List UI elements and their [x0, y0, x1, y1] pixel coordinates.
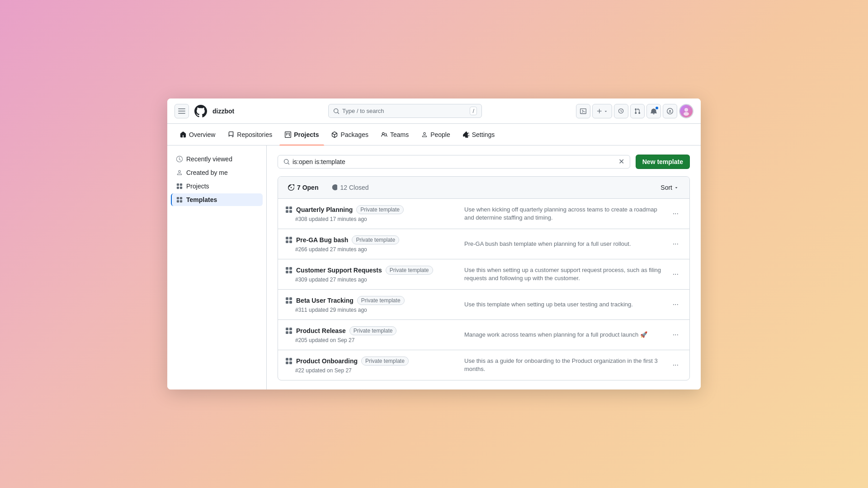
template-project-icon [285, 206, 292, 213]
plus-icon [596, 108, 603, 114]
packages-icon [331, 131, 338, 138]
home-icon [180, 131, 186, 138]
svg-rect-1 [178, 111, 185, 112]
people-icon [421, 131, 428, 138]
nav-item-people[interactable]: People [416, 124, 456, 145]
sort-button[interactable]: Sort [657, 182, 682, 193]
person-icon [176, 169, 183, 176]
sidebar-item-templates[interactable]: Templates [171, 193, 263, 206]
github-logo-icon [193, 104, 208, 118]
nav-item-overview[interactable]: Overview [175, 124, 221, 145]
private-badge: Private template [349, 326, 397, 335]
private-badge: Private template [356, 205, 404, 214]
sidebar-item-created-by-me[interactable]: Created by me [171, 166, 263, 179]
topbar: dizzbot Type / to search / [167, 99, 701, 124]
template-title-row: Product Release Private template [285, 326, 457, 335]
template-row: Pre-GA Bug bash Private template #266 up… [278, 229, 689, 259]
template-title-row: Pre-GA Bug bash Private template [285, 235, 457, 244]
settings-icon-button[interactable] [663, 104, 677, 118]
private-badge: Private template [386, 266, 433, 275]
template-title-row: Beta User Tracking Private template [285, 296, 457, 305]
template-meta: #309 updated 27 minutes ago [285, 277, 457, 283]
template-project-icon [285, 236, 292, 244]
nav-overview-label: Overview [189, 131, 215, 138]
template-name: Customer Support Requests [296, 267, 382, 274]
account-icon [667, 108, 673, 114]
repo-icon [228, 131, 234, 138]
pull-request-icon [634, 108, 641, 114]
chevron-down-icon [604, 109, 608, 113]
notification-badge [655, 106, 659, 110]
template-main: Beta User Tracking Private template #311… [285, 296, 457, 313]
org-nav: Overview Repositories Projects Packages … [167, 124, 701, 145]
template-more-button[interactable]: ··· [669, 329, 682, 341]
template-name: Beta User Tracking [296, 297, 354, 304]
nav-teams-label: Teams [390, 131, 409, 138]
template-desc: Use when kicking off quarterly planning … [464, 206, 662, 222]
closed-icon [331, 184, 337, 191]
avatar-icon [682, 107, 691, 116]
filter-search-icon [283, 159, 290, 165]
org-name: dizzbot [212, 108, 234, 115]
timer-icon [618, 108, 624, 114]
template-meta: #266 updated 27 minutes ago [285, 246, 457, 253]
sidebar-templates-label: Templates [186, 196, 217, 203]
private-badge: Private template [357, 296, 405, 305]
hamburger-button[interactable] [175, 104, 189, 118]
global-search-box[interactable]: Type / to search / [328, 104, 482, 118]
new-item-button[interactable] [592, 104, 612, 118]
nav-item-repositories[interactable]: Repositories [222, 124, 278, 145]
teams-icon [381, 131, 387, 138]
clear-filter-button[interactable]: ✕ [618, 158, 624, 165]
terminal-button[interactable] [576, 104, 590, 118]
template-desc: Pre-GA bush bash template when planning … [464, 240, 662, 248]
open-tab[interactable]: 7 Open [285, 183, 321, 192]
search-shortcut: / [470, 107, 477, 115]
sidebar-item-recently-viewed[interactable]: Recently viewed [171, 153, 263, 165]
template-more-button[interactable]: ··· [669, 299, 682, 310]
sidebar: Recently viewed Created by me Projects T… [167, 145, 267, 389]
nav-repositories-label: Repositories [237, 131, 272, 138]
templates-icon [176, 197, 183, 203]
sidebar-item-projects[interactable]: Projects [171, 180, 263, 192]
template-more-button[interactable]: ··· [669, 208, 682, 220]
grid-icon [176, 183, 183, 189]
user-avatar[interactable] [679, 104, 693, 118]
content-area: ✕ New template 7 Open [267, 145, 701, 389]
closed-tab[interactable]: 12 Closed [328, 183, 371, 192]
nav-item-settings[interactable]: Settings [458, 124, 500, 145]
template-title-row: Product Onboarding Private template [285, 357, 457, 366]
pull-request-button[interactable] [630, 104, 645, 118]
new-template-button[interactable]: New template [636, 155, 690, 169]
sidebar-projects-label: Projects [186, 183, 209, 190]
template-more-button[interactable]: ··· [669, 359, 682, 371]
template-row: Product Onboarding Private template #22 … [278, 350, 689, 380]
nav-item-projects[interactable]: Projects [279, 124, 324, 145]
filter-input[interactable] [292, 158, 616, 165]
nav-item-teams[interactable]: Teams [376, 124, 414, 145]
templates-list: 7 Open 12 Closed Sort [278, 176, 690, 380]
list-header: 7 Open 12 Closed Sort [278, 177, 689, 199]
timer-button[interactable] [614, 104, 628, 118]
clock-icon [176, 156, 183, 162]
template-more-button[interactable]: ··· [669, 268, 682, 280]
template-more-button[interactable]: ··· [669, 238, 682, 250]
template-main: Quarterly Planning Private template #308… [285, 205, 457, 222]
template-row: Quarterly Planning Private template #308… [278, 199, 689, 229]
template-project-icon [285, 327, 292, 334]
svg-point-3 [684, 108, 688, 112]
sidebar-created-by-me-label: Created by me [186, 169, 228, 176]
settings-icon [463, 131, 469, 138]
closed-tab-label: 12 Closed [340, 184, 368, 191]
filter-search-bar[interactable]: ✕ [278, 155, 630, 169]
topbar-left: dizzbot [175, 104, 234, 118]
notifications-button[interactable] [646, 104, 661, 118]
main-layout: Recently viewed Created by me Projects T… [167, 145, 701, 389]
template-project-icon [285, 357, 292, 365]
open-tab-label: 7 Open [297, 184, 318, 191]
template-main: Product Release Private template #205 up… [285, 326, 457, 343]
sidebar-recently-viewed-label: Recently viewed [186, 155, 232, 163]
nav-settings-label: Settings [472, 131, 495, 138]
nav-item-packages[interactable]: Packages [326, 124, 373, 145]
template-name: Product Onboarding [296, 357, 358, 365]
